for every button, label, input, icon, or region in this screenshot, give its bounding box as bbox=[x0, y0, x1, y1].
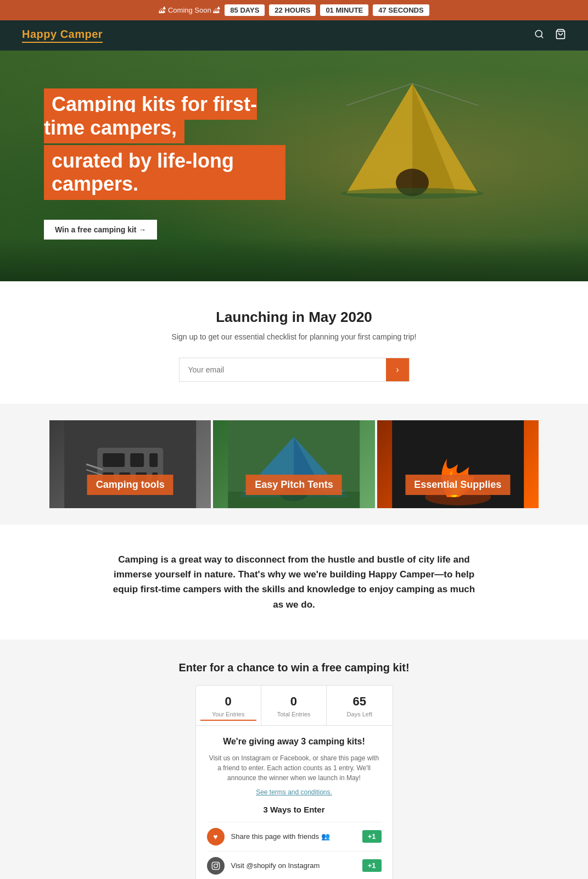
days-left-number: 65 bbox=[331, 694, 388, 709]
svg-line-1 bbox=[541, 36, 542, 37]
announcement-bar: 🏕 Coming Soon 🏕 85 DAYS 22 HOURS 01 MINU… bbox=[0, 0, 588, 20]
hero-cta-button[interactable]: Win a free camping kit → bbox=[44, 220, 157, 240]
email-signup-form: › bbox=[179, 358, 410, 382]
instagram-icon bbox=[207, 857, 225, 875]
countdown-days: 85 DAYS bbox=[225, 4, 265, 16]
widget-description: Visit us on Instagram or Facebook, or sh… bbox=[207, 753, 382, 783]
giveaway-widget: 0 Your Entries 0 Total Entries 65 Days L… bbox=[195, 685, 393, 879]
entry-points-share: +1 bbox=[362, 830, 382, 843]
svg-point-29 bbox=[217, 863, 218, 864]
category-label-tents: Easy Pitch Tents bbox=[246, 475, 342, 495]
tent-illustration bbox=[335, 73, 489, 237]
svg-rect-13 bbox=[149, 453, 158, 467]
about-section: Camping is a great way to disconnect fro… bbox=[0, 525, 588, 639]
svg-point-28 bbox=[214, 864, 217, 867]
giveaway-title: Enter for a chance to win a free camping… bbox=[33, 661, 555, 674]
launch-section: Launching in May 2020 Sign up to get our… bbox=[0, 281, 588, 404]
svg-rect-12 bbox=[130, 453, 144, 467]
stat-total-entries: 0 Total Entries bbox=[261, 686, 327, 725]
launch-title: Launching in May 2020 bbox=[22, 309, 566, 326]
entry-method-share[interactable]: ♥ Share this page with friends 👥 +1 bbox=[207, 822, 382, 851]
hero-section: Camping kits for first-time campers, cur… bbox=[0, 51, 588, 281]
hero-content: Camping kits for first-time campers, cur… bbox=[0, 92, 329, 240]
hero-title-line2: curated by life-long campers. bbox=[44, 145, 285, 200]
total-entries-label: Total Entries bbox=[266, 711, 322, 717]
widget-body: We're giving away 3 camping kits! Visit … bbox=[196, 726, 393, 879]
countdown-seconds: 47 SECONDS bbox=[373, 4, 429, 16]
total-entries-number: 0 bbox=[266, 694, 322, 709]
stat-your-entries: 0 Your Entries bbox=[196, 686, 261, 725]
countdown-minutes: 01 MINUTE bbox=[320, 4, 368, 16]
giveaway-section: Enter for a chance to win a free camping… bbox=[0, 639, 588, 879]
category-card-tents[interactable]: Easy Pitch Tents bbox=[213, 420, 374, 508]
entry-text-share: Share this page with friends 👥 bbox=[231, 832, 362, 841]
terms-link[interactable]: See terms and conditions. bbox=[207, 788, 382, 796]
category-card-tools[interactable]: Camping tools bbox=[49, 420, 211, 508]
ways-title: 3 Ways to Enter bbox=[207, 805, 382, 814]
category-label-tools: Camping tools bbox=[87, 475, 173, 495]
countdown-hours: 22 HOURS bbox=[269, 4, 316, 16]
category-section: Camping tools Easy Pitch Tents Essential bbox=[0, 404, 588, 525]
your-entries-label: Your Entries bbox=[200, 711, 256, 721]
svg-rect-27 bbox=[212, 862, 219, 869]
search-icon[interactable] bbox=[534, 29, 544, 42]
site-logo[interactable]: Happy Camper bbox=[22, 28, 103, 43]
header-icons bbox=[534, 29, 566, 42]
email-submit-button[interactable]: › bbox=[386, 358, 408, 381]
widget-heading: We're giving away 3 camping kits! bbox=[207, 737, 382, 747]
coming-soon-text: 🏕 Coming Soon 🏕 bbox=[159, 6, 220, 14]
launch-subtitle: Sign up to get our essential checklist f… bbox=[22, 332, 566, 341]
entry-points-instagram: +1 bbox=[362, 859, 382, 872]
your-entries-number: 0 bbox=[200, 694, 256, 709]
about-text: Camping is a great way to disconnect fro… bbox=[108, 552, 481, 612]
svg-point-8 bbox=[341, 188, 484, 199]
site-header: Happy Camper bbox=[0, 20, 588, 51]
hero-title-line1: Camping kits for first-time campers, bbox=[44, 88, 257, 143]
entry-method-instagram[interactable]: Visit @shopify on Instagram +1 bbox=[207, 851, 382, 879]
email-input[interactable] bbox=[180, 358, 387, 381]
stats-row: 0 Your Entries 0 Total Entries 65 Days L… bbox=[196, 686, 393, 726]
category-card-supplies[interactable]: Essential Supplies bbox=[377, 420, 539, 508]
share-icon: ♥ bbox=[207, 828, 225, 845]
cart-icon[interactable] bbox=[555, 29, 566, 42]
category-grid: Camping tools Easy Pitch Tents Essential bbox=[49, 420, 539, 508]
entry-text-instagram: Visit @shopify on Instagram bbox=[231, 861, 362, 870]
days-left-label: Days Left bbox=[331, 711, 388, 717]
stat-days-left: 65 Days Left bbox=[327, 686, 392, 725]
category-label-supplies: Essential Supplies bbox=[405, 475, 510, 495]
svg-rect-11 bbox=[103, 453, 125, 467]
